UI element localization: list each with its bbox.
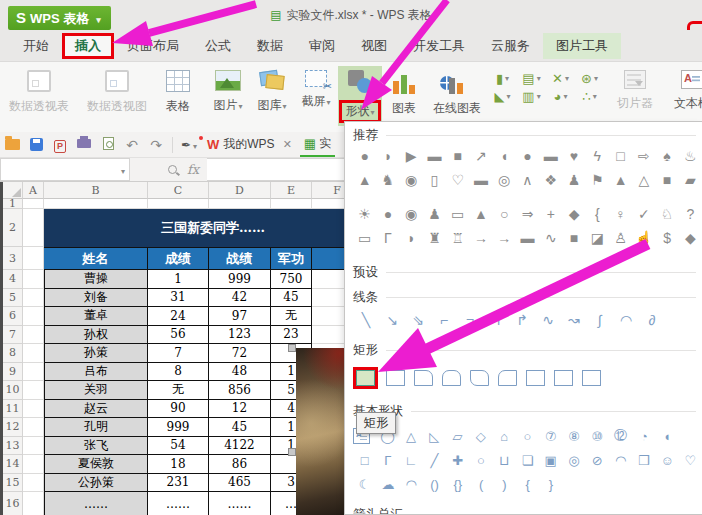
chart-type-button-row1-1[interactable]: ▮▾ bbox=[488, 71, 517, 86]
basic-shape-r1-9[interactable]: ⑧ bbox=[562, 429, 585, 444]
recommended-shape-r3-8[interactable]: ⇒ bbox=[516, 206, 539, 222]
basic-shape-r3-5[interactable]: {} bbox=[446, 477, 469, 492]
recommended-shape-r4-11[interactable]: ◪ bbox=[586, 230, 609, 246]
cell-name-r6[interactable]: 董卓 bbox=[44, 307, 148, 326]
basic-shape-r1-5[interactable]: ◇ bbox=[469, 429, 492, 444]
cell-name-r14[interactable]: 夏侯敦 bbox=[44, 455, 148, 474]
basic-shape-r2-13[interactable]: ❒ bbox=[632, 453, 655, 468]
recommended-shape-r1-1[interactable]: ● bbox=[353, 148, 376, 164]
basic-shape-r2-7[interactable]: ⊔ bbox=[493, 453, 516, 468]
recommended-shape-r3-12[interactable]: ♀ bbox=[609, 206, 632, 222]
redo-button[interactable]: ↷ bbox=[144, 137, 168, 153]
cell-empty[interactable] bbox=[23, 344, 44, 363]
chart-type-button-row2-4[interactable]: ∴▾ bbox=[575, 89, 604, 104]
basic-shape-r2-6[interactable]: ○ bbox=[469, 453, 492, 468]
cell-empty[interactable] bbox=[271, 199, 312, 209]
rectangle-shape-selected[interactable] bbox=[356, 370, 375, 386]
pivot-chart-button[interactable]: 数据透视图 bbox=[78, 66, 156, 115]
tab-cloud[interactable]: 云服务 bbox=[478, 33, 543, 59]
chart-type-button-row1-4[interactable]: ⊛▾ bbox=[575, 71, 604, 86]
recommended-shape-r3-11[interactable]: { bbox=[586, 206, 609, 222]
recommended-shape-r2-14[interactable]: ■ bbox=[655, 172, 678, 188]
selection-handle-middle-left[interactable] bbox=[288, 448, 296, 456]
row-header-9[interactable]: 9 bbox=[3, 363, 23, 382]
line-shape-7[interactable]: ↱ bbox=[509, 312, 535, 328]
basic-shape-r3-7[interactable]: ) bbox=[493, 477, 516, 492]
shapes-button[interactable]: 形状▾ bbox=[338, 66, 382, 126]
cell-name-r13[interactable]: 张飞 bbox=[44, 437, 148, 456]
row-header-2[interactable]: 2 bbox=[3, 209, 23, 247]
cell-empty[interactable] bbox=[23, 418, 44, 437]
cell-name-r10[interactable]: 关羽 bbox=[44, 381, 148, 400]
recommended-shape-r4-15[interactable]: ◆ bbox=[679, 230, 702, 246]
tab-home[interactable]: 开始 bbox=[10, 33, 62, 59]
cell-battle-r4[interactable]: 999 bbox=[209, 270, 271, 289]
cell-empty[interactable] bbox=[23, 492, 44, 515]
recommended-shape-r2-2[interactable]: ♞ bbox=[376, 172, 399, 188]
basic-shape-r2-4[interactable]: ╱ bbox=[423, 453, 446, 468]
name-box[interactable]: ▾ bbox=[0, 158, 130, 181]
tab-review[interactable]: 审阅 bbox=[296, 33, 348, 59]
cell-empty[interactable] bbox=[23, 326, 44, 345]
line-shape-9[interactable]: ↝ bbox=[561, 312, 587, 328]
tab-picture-tools[interactable]: 图片工具 bbox=[543, 33, 621, 59]
picture-button[interactable]: 图片▾ bbox=[206, 66, 250, 114]
basic-shape-r1-3[interactable]: ◺ bbox=[423, 429, 446, 444]
cell-merit-r4[interactable]: 750 bbox=[271, 270, 312, 289]
basic-shape-r1-11[interactable]: ⑫ bbox=[609, 427, 632, 445]
row-header-7[interactable]: 7 bbox=[3, 326, 23, 345]
tab-dev-tools[interactable]: 开发工具 bbox=[400, 33, 478, 59]
recommended-shape-r2-13[interactable]: △ bbox=[632, 172, 655, 188]
recommended-shape-r4-10[interactable]: ■ bbox=[562, 230, 585, 246]
column-header-E[interactable]: E bbox=[271, 182, 312, 199]
recommended-shape-r3-9[interactable]: + bbox=[539, 206, 562, 222]
recommended-shape-r4-5[interactable]: ♖ bbox=[446, 230, 469, 246]
row-header-15[interactable]: 15 bbox=[3, 474, 23, 493]
basic-shape-r3-4[interactable]: () bbox=[423, 477, 446, 492]
recommended-shape-r3-13[interactable]: ✓ bbox=[632, 206, 655, 222]
cell-merit-r7[interactable]: 23 bbox=[271, 326, 312, 345]
cell-score-r16[interactable]: …… bbox=[148, 492, 209, 515]
recommended-shape-r3-4[interactable]: ♟ bbox=[423, 206, 446, 222]
recommended-shape-r3-6[interactable]: ▲ bbox=[469, 206, 492, 222]
header-cell-战绩[interactable]: 战绩 bbox=[209, 247, 271, 270]
cell-battle-r9[interactable]: 48 bbox=[209, 363, 271, 382]
rectangle-shape-3[interactable] bbox=[414, 370, 433, 386]
export-pdf-button[interactable]: P bbox=[48, 137, 72, 153]
ink-pen-button[interactable]: ✒▾ bbox=[177, 138, 201, 152]
header-cell-军功[interactable]: 军功 bbox=[271, 247, 312, 270]
cell-empty[interactable] bbox=[23, 474, 44, 493]
recommended-shape-r2-4[interactable]: ▯ bbox=[423, 172, 446, 188]
line-shape-2[interactable]: ↘ bbox=[379, 312, 405, 328]
cell-name-r12[interactable]: 孔明 bbox=[44, 418, 148, 437]
cell-empty[interactable] bbox=[23, 209, 44, 247]
recommended-shape-r2-9[interactable]: ❖ bbox=[539, 172, 562, 188]
cell-empty[interactable] bbox=[23, 199, 44, 209]
recommended-shape-r1-9[interactable]: ▬ bbox=[539, 148, 562, 164]
cell-empty[interactable] bbox=[23, 437, 44, 456]
basic-shape-r2-15[interactable]: ♡ bbox=[679, 453, 702, 468]
recommended-shape-r4-13[interactable]: ☝ bbox=[632, 230, 655, 246]
recommended-shape-r2-10[interactable]: ♟ bbox=[562, 172, 585, 188]
cell-battle-r13[interactable]: 4122 bbox=[209, 437, 271, 456]
header-cell-成绩[interactable]: 成绩 bbox=[148, 247, 209, 270]
recommended-shape-r1-15[interactable]: ♨ bbox=[679, 148, 702, 164]
cell-merit-r5[interactable]: 45 bbox=[271, 289, 312, 308]
line-shape-6[interactable]: ↰ bbox=[483, 312, 509, 328]
rectangle-shape-6[interactable] bbox=[498, 370, 517, 386]
row-header-1[interactable]: 1 bbox=[3, 199, 23, 209]
recommended-shape-r3-3[interactable]: ◉ bbox=[400, 206, 423, 222]
cell-empty[interactable] bbox=[209, 199, 271, 209]
recommended-shape-r2-6[interactable]: ▬ bbox=[469, 172, 492, 188]
cell-name-r8[interactable]: 孙策 bbox=[44, 344, 148, 363]
rectangle-shape-9[interactable] bbox=[582, 370, 601, 386]
cell-name-r7[interactable]: 孙权 bbox=[44, 326, 148, 345]
row-header-11[interactable]: 11 bbox=[3, 400, 23, 419]
cell-name-r4[interactable]: 曹操 bbox=[44, 270, 148, 289]
recommended-shape-r3-1[interactable]: ☀ bbox=[353, 206, 376, 222]
print-button[interactable] bbox=[72, 137, 96, 152]
basic-shape-r2-1[interactable]: □ bbox=[353, 453, 376, 468]
cell-empty[interactable] bbox=[23, 363, 44, 382]
row-header-10[interactable]: 10 bbox=[3, 381, 23, 400]
recommended-shape-r1-7[interactable]: ◖ bbox=[493, 148, 516, 164]
